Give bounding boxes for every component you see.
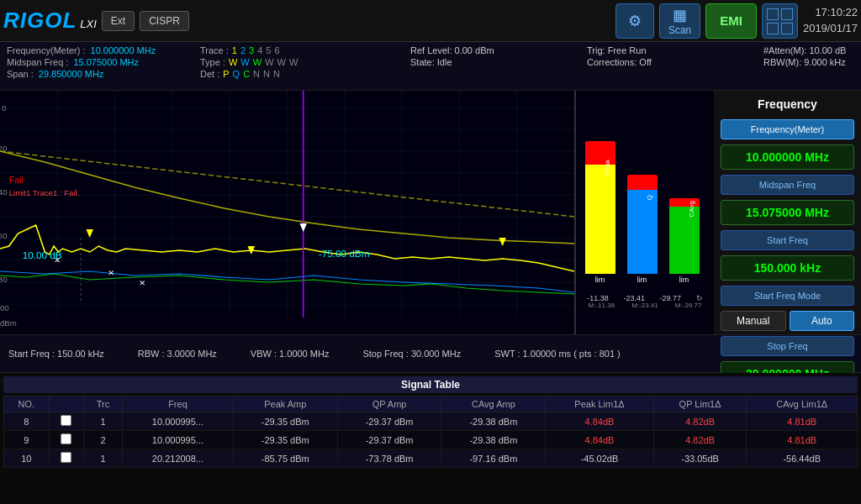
midspan-value-display[interactable]: 15.075000 MHz (721, 200, 854, 225)
main-area: 0 -20 -40 -60 -80 -100 dBm Fail Limit1 T… (0, 91, 861, 334)
cell-check[interactable] (49, 449, 83, 468)
det-4: N (253, 69, 260, 79)
cell-cavg: -97.16 dBm (441, 449, 546, 468)
type-4: W (265, 57, 273, 67)
svg-text:-100: -100 (0, 304, 9, 312)
table-title: Signal Table (3, 376, 858, 393)
bar-yellow-label: lim (595, 276, 605, 284)
start-freq-display: Start Freq : 150.00 kHz (8, 349, 104, 359)
signal-table-area: Signal Table NO. Trc Freq Peak Amp QP Am… (0, 373, 861, 504)
state: State: Idle (410, 57, 578, 67)
cell-cavglim: 4.81dB (747, 412, 858, 431)
det-2: Q (233, 69, 240, 79)
table-row: 10 1 20.212008... -85.75 dBm -73.78 dBm … (4, 449, 858, 468)
trace-label: Trace : (200, 45, 229, 55)
col-plim: Peak Lim1Δ (546, 396, 653, 412)
trace-2: 2 (240, 45, 246, 55)
trig: Trig: Free Run (587, 45, 755, 55)
rbw-info: RBW(M): 9.000 kHz (763, 57, 861, 67)
bar-mval-1: M:-11.38 (589, 302, 615, 309)
svg-text:-40: -40 (0, 188, 8, 197)
settings-button[interactable]: ⚙ (615, 3, 654, 39)
midspan-button[interactable]: Midspan Freq (721, 175, 854, 195)
det-6: N (273, 69, 280, 79)
midspan-label: Midspan Freq : (7, 57, 68, 67)
swt-display: SWT : 1.00000 ms ( pts : 801 ) (494, 349, 621, 359)
ref-level-info: Ref Level: 0.00 dBm State: Idle (410, 45, 578, 67)
cell-peak: -29.35 dBm (233, 412, 337, 431)
svg-text:Limit1  Trace1 : Fail.: Limit1 Trace1 : Fail. (9, 189, 80, 197)
scan-button[interactable]: ▦ Scan (659, 3, 700, 39)
bar-chart: lim lim lim Peak Q CAvg -11.38 -23.41 (575, 91, 714, 334)
trace-5: 5 (266, 45, 271, 55)
scan-grid-icon: ▦ (673, 6, 687, 24)
cell-check[interactable] (49, 431, 83, 449)
start-freq-button[interactable]: Start Freq (721, 230, 854, 250)
bar-blue (627, 190, 658, 274)
trace-6: 6 (274, 45, 279, 55)
span-label: Span : (7, 69, 34, 79)
cispr-button[interactable]: CISPR (140, 11, 189, 31)
cell-freq: 10.000995... (123, 431, 234, 449)
col-qp: QP Amp (337, 396, 441, 412)
emi-button[interactable]: EMI (705, 3, 757, 39)
freq-meter-value-display[interactable]: 10.000000 MHz (721, 144, 854, 170)
svg-text:10.00 dB: 10.00 dB (23, 250, 62, 260)
cell-check[interactable] (49, 412, 83, 431)
freq-meter-label: Frequency(Meter) : (7, 45, 86, 55)
table-header-row: NO. Trc Freq Peak Amp QP Amp CAvg Amp Pe… (4, 396, 858, 412)
ext-button[interactable]: Ext (102, 11, 135, 31)
grid-cell-3 (767, 23, 779, 34)
start-freq-value-display[interactable]: 150.000 kHz (721, 255, 854, 281)
start-mode-row: Manual Auto (721, 311, 854, 331)
auto-mode-button[interactable]: Auto (790, 311, 855, 331)
col-cavg: CAvg Amp (441, 396, 546, 412)
header: RIGOL LXI Ext CISPR ⚙ ▦ Scan EMI 17:10:2… (0, 0, 861, 42)
col-cavglim: CAvg Lim1Δ (747, 396, 858, 412)
datetime-display: 17:10:22 2019/01/17 (803, 5, 858, 35)
cell-freq: 20.212008... (123, 449, 234, 468)
table-row: 8 1 10.000995... -29.35 dBm -29.37 dBm -… (4, 412, 858, 431)
cell-cavglim: -56.44dB (747, 449, 858, 468)
cell-peak: -29.35 dBm (233, 431, 337, 449)
bar-yellow (585, 165, 615, 274)
row-checkbox[interactable] (61, 433, 71, 444)
cell-no: 10 (4, 449, 50, 468)
col-check (49, 396, 83, 412)
table-row: 9 2 10.000995... -29.35 dBm -29.37 dBm -… (4, 431, 858, 449)
type-label: Type : (200, 57, 225, 67)
date-value: 2019/01/17 (803, 21, 858, 36)
type-5: W (277, 57, 286, 67)
vbw-display: VBW : 1.0000 MHz (251, 349, 330, 359)
cell-cavglim: 4.81dB (747, 431, 858, 449)
cell-no: 8 (4, 412, 50, 431)
signal-table: NO. Trc Freq Peak Amp QP Amp CAvg Amp Pe… (3, 396, 858, 468)
cell-qp: -29.37 dBm (337, 412, 441, 431)
start-freq-mode-button[interactable]: Start Freq Mode (721, 286, 854, 306)
stop-freq-display: Stop Freq : 30.000 MHz (362, 349, 461, 359)
type-2: W (240, 57, 249, 67)
manual-mode-button[interactable]: Manual (721, 311, 786, 331)
svg-text:✕: ✕ (139, 279, 145, 287)
svg-text:-75.00 dBm: -75.00 dBm (319, 249, 370, 259)
table-body: 8 1 10.000995... -29.35 dBm -29.37 dBm -… (4, 412, 858, 468)
stop-freq-button[interactable]: Stop Freq (721, 336, 854, 356)
cell-freq: 10.000995... (123, 412, 234, 431)
cell-plim: 4.84dB (546, 412, 653, 431)
svg-text:-60: -60 (0, 232, 8, 240)
trace-4: 4 (257, 45, 262, 55)
midspan-value: 15.075000 MHz (73, 57, 139, 67)
svg-text:✕: ✕ (108, 269, 114, 277)
det-1: P (223, 69, 229, 79)
cell-qp: -73.78 dBm (337, 449, 441, 468)
grid-layout-button[interactable] (762, 3, 798, 39)
scan-label: Scan (668, 24, 691, 36)
trace-3: 3 (249, 45, 254, 55)
cell-trc: 1 (84, 449, 123, 468)
row-checkbox[interactable] (61, 452, 71, 463)
type-6: W (289, 57, 298, 67)
freq-info: Frequency(Meter) : 10.000000 MHz Midspan… (7, 45, 192, 79)
freq-meter-button[interactable]: Frequency(Meter) (721, 119, 854, 139)
cell-plim: 4.84dB (546, 431, 653, 449)
row-checkbox[interactable] (61, 415, 71, 426)
